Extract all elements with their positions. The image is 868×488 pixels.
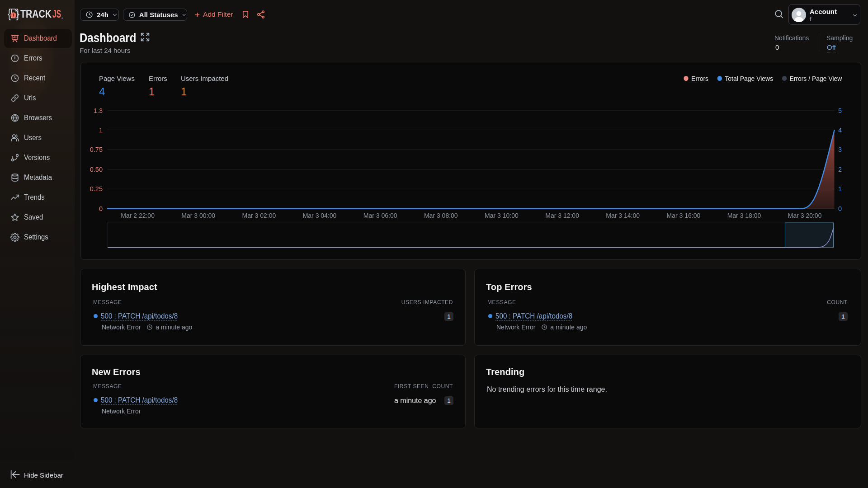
svg-text:JS: JS	[52, 8, 61, 20]
svg-text:3: 3	[838, 146, 842, 153]
svg-text:2: 2	[838, 166, 842, 173]
svg-text:Mar 3 16:00: Mar 3 16:00	[667, 212, 701, 219]
svg-text:Mar 3 08:00: Mar 3 08:00	[424, 212, 458, 219]
svg-text:0: 0	[838, 205, 842, 212]
svg-text:5: 5	[838, 107, 842, 114]
svg-text:Mar 3 12:00: Mar 3 12:00	[545, 212, 579, 219]
svg-text:0.50: 0.50	[90, 166, 103, 173]
svg-text:0.75: 0.75	[90, 146, 103, 153]
svg-text:Mar 3 04:00: Mar 3 04:00	[303, 212, 337, 219]
svg-text:0: 0	[99, 205, 103, 212]
svg-text:Mar 3 14:00: Mar 3 14:00	[606, 212, 640, 219]
svg-text:1: 1	[99, 127, 103, 134]
svg-text:{: {	[8, 6, 11, 20]
svg-text:Mar 3 10:00: Mar 3 10:00	[485, 212, 519, 219]
svg-text:TRACK: TRACK	[20, 8, 52, 20]
svg-text:Mar 3 18:00: Mar 3 18:00	[727, 212, 761, 219]
svg-text:!: !	[13, 13, 14, 18]
svg-text:Mar 3 20:00: Mar 3 20:00	[788, 212, 822, 219]
svg-text:4: 4	[838, 127, 842, 134]
svg-text:Mar 2 22:00: Mar 2 22:00	[121, 212, 155, 219]
svg-text:Mar 3 06:00: Mar 3 06:00	[363, 212, 397, 219]
svg-text:Mar 3 00:00: Mar 3 00:00	[181, 212, 215, 219]
svg-text:Mar 3 02:00: Mar 3 02:00	[242, 212, 276, 219]
svg-text:1: 1	[838, 185, 842, 192]
svg-text:0.25: 0.25	[90, 185, 103, 192]
svg-text:1.3: 1.3	[94, 107, 103, 114]
